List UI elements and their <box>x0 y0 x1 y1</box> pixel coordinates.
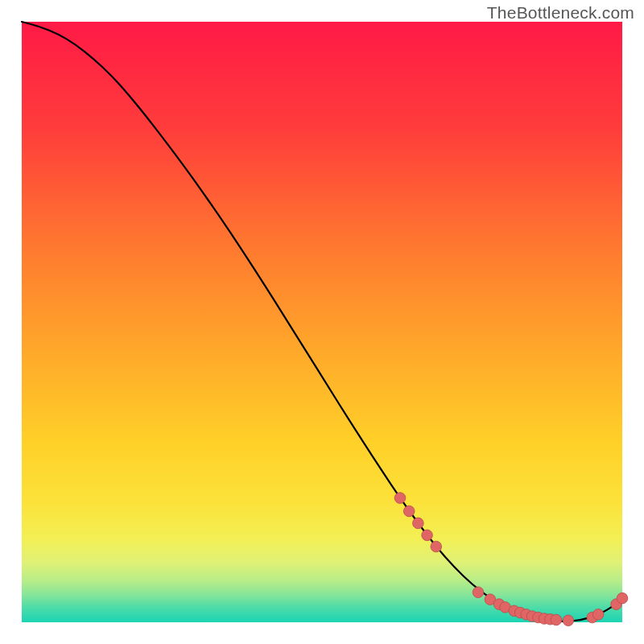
data-marker <box>592 609 604 621</box>
watermark-text: TheBottleneck.com <box>487 3 634 23</box>
chart-svg <box>0 0 644 644</box>
data-marker <box>422 530 433 541</box>
gradient-background <box>22 22 622 622</box>
data-marker <box>551 614 562 625</box>
chart-container: TheBottleneck.com <box>0 0 644 644</box>
data-marker <box>394 493 406 504</box>
plot-area <box>22 22 622 622</box>
data-marker <box>431 541 442 552</box>
data-marker <box>413 518 424 529</box>
data-marker <box>473 587 484 598</box>
data-marker <box>403 506 415 517</box>
data-marker <box>617 592 628 604</box>
data-marker <box>563 615 574 626</box>
